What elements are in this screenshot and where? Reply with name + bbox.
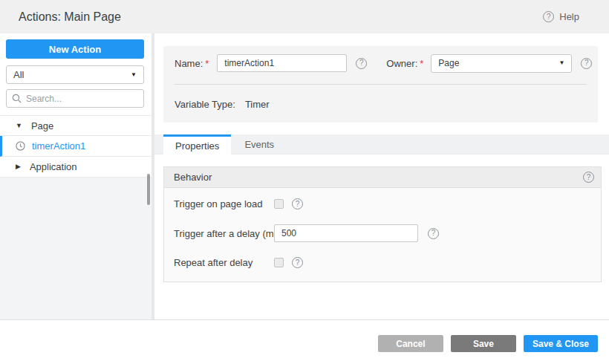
sidebar-filler [0, 178, 152, 319]
search-box[interactable] [6, 89, 144, 108]
timer-clock-icon [16, 141, 25, 151]
search-input[interactable] [26, 94, 138, 104]
cancel-button[interactable]: Cancel [378, 335, 443, 352]
action-header-form: Name: * ? Owner: * Page ▼ ? Variable Typ… [163, 46, 598, 123]
tab-strip: Properties Events [154, 134, 609, 155]
tree-group-page[interactable]: ▼ Page [0, 115, 152, 136]
tab-events[interactable]: Events [231, 134, 287, 154]
variable-type-label: Variable Type: [175, 99, 235, 110]
tree-group-application-label: Application [30, 161, 77, 172]
variable-type-value: Timer [245, 99, 270, 110]
owner-field: Owner: * Page ▼ [386, 54, 572, 73]
tab-properties[interactable]: Properties [163, 134, 231, 155]
actions-tree: ▼ Page timerAction1 ▶ Application [0, 115, 152, 178]
chevron-down-icon: ▼ [131, 72, 137, 78]
page-title: Actions: Main Page [19, 10, 121, 24]
filter-dropdown[interactable]: All ▼ [6, 65, 144, 84]
tree-group-page-label: Page [31, 120, 53, 131]
behavior-section: Behavior ? Trigger on page load ? Trigge… [163, 166, 602, 282]
tree-item-timeraction1[interactable]: timerAction1 [0, 136, 152, 157]
help-button[interactable]: ? Help [543, 11, 579, 22]
main-panel: Name: * ? Owner: * Page ▼ ? Variable Typ… [154, 33, 609, 319]
behavior-help-icon[interactable]: ? [583, 172, 594, 183]
trigger-after-delay-label: Trigger after a delay (millisec... [174, 228, 274, 239]
save-and-close-button[interactable]: Save & Close [524, 335, 598, 352]
actions-sidebar: New Action All ▼ ▼ Page [0, 33, 152, 319]
behavior-section-header: Behavior ? [164, 167, 601, 188]
owner-dropdown[interactable]: Page ▼ [431, 54, 572, 73]
delay-input[interactable] [274, 224, 418, 242]
trigger-on-page-load-label: Trigger on page load [174, 198, 274, 209]
repeat-after-delay-label: Repeat after delay [174, 257, 274, 268]
sidebar-scrollbar[interactable] [146, 33, 152, 319]
name-owner-row: Name: * ? Owner: * Page ▼ ? [175, 53, 587, 73]
search-icon [12, 94, 22, 103]
name-help-icon[interactable]: ? [356, 58, 367, 69]
tree-group-application[interactable]: ▶ Application [0, 157, 152, 178]
dialog-body: New Action All ▼ ▼ Page [0, 33, 609, 320]
owner-dropdown-value: Page [438, 58, 459, 68]
collapse-caret-icon: ▼ [16, 123, 22, 129]
owner-required-marker: * [420, 58, 423, 69]
variable-type-row: Variable Type: Timer [175, 97, 587, 111]
behavior-section-body: Trigger on page load ? Trigger after a d… [164, 188, 601, 282]
sidebar-scrollbar-thumb[interactable] [147, 174, 150, 205]
form-divider [175, 84, 587, 85]
trigger-on-page-load-help-icon[interactable]: ? [292, 198, 303, 209]
trigger-after-delay-help-icon[interactable]: ? [428, 228, 439, 239]
repeat-after-delay-row: Repeat after delay ? [174, 257, 591, 268]
dialog-footer: Cancel Save Save & Close [0, 320, 609, 363]
chevron-down-icon: ▼ [558, 60, 564, 66]
trigger-after-delay-row: Trigger after a delay (millisec... ? [174, 224, 591, 242]
behavior-section-title: Behavior [174, 172, 212, 183]
help-icon: ? [543, 11, 554, 22]
owner-label: Owner: [386, 58, 417, 69]
trigger-on-page-load-row: Trigger on page load ? [174, 198, 591, 209]
new-action-button[interactable]: New Action [6, 39, 144, 59]
save-button[interactable]: Save [451, 335, 516, 352]
trigger-on-page-load-checkbox[interactable] [274, 199, 284, 209]
filter-dropdown-value: All [13, 69, 24, 80]
repeat-after-delay-checkbox[interactable] [274, 258, 284, 267]
repeat-after-delay-help-icon[interactable]: ? [292, 257, 303, 268]
name-required-marker: * [205, 58, 209, 69]
expand-caret-icon: ▶ [16, 163, 21, 170]
name-label: Name: [175, 58, 203, 69]
help-label: Help [559, 11, 579, 22]
owner-help-icon[interactable]: ? [581, 58, 592, 69]
name-input[interactable] [217, 54, 347, 72]
tree-item-label: timerAction1 [32, 140, 85, 152]
titlebar: Actions: Main Page ? Help [0, 0, 609, 33]
